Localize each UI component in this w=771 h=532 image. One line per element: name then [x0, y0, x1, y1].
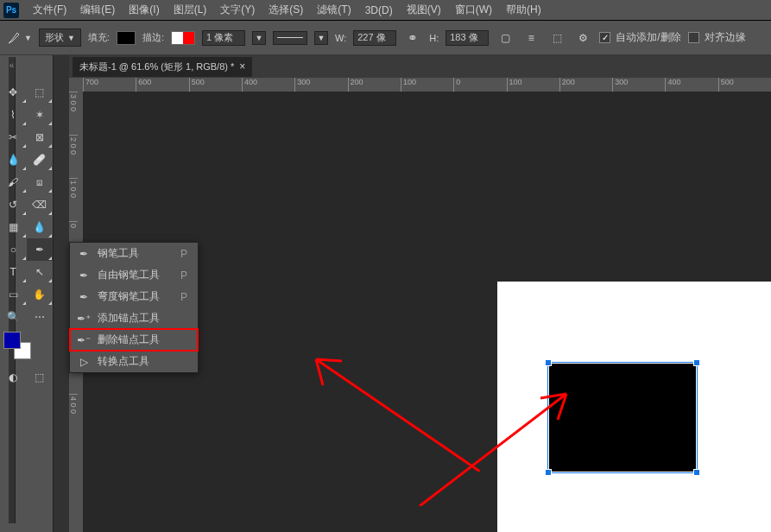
- flyout-label: 弯度钢笔工具: [98, 289, 160, 304]
- pen-tool[interactable]: ✒: [27, 238, 54, 261]
- ruler-tick: 700: [83, 78, 136, 92]
- stroke-width-input[interactable]: [202, 30, 245, 46]
- quick-select-tool[interactable]: ✶: [27, 104, 54, 126]
- path-select-tool[interactable]: ↖: [27, 261, 54, 283]
- menu-view[interactable]: 视图(V): [400, 1, 448, 19]
- shape-tool[interactable]: ▭: [0, 283, 27, 306]
- menu-select[interactable]: 选择(S): [262, 1, 310, 19]
- document-tabs: 未标题-1 @ 61.6% (矩形 1, RGB/8) * ×: [69, 55, 771, 78]
- app-icon: Ps: [3, 3, 19, 18]
- pen-minus-icon: ✒⁻: [77, 334, 91, 346]
- stroke-swatch[interactable]: [171, 31, 195, 45]
- height-label: H:: [429, 33, 439, 43]
- stroke-label: 描边:: [142, 31, 164, 44]
- menu-window[interactable]: 窗口(W): [448, 1, 499, 19]
- ruler-tick: 400: [665, 78, 717, 92]
- menu-type[interactable]: 文字(Y): [213, 1, 262, 19]
- move-tool[interactable]: ✥: [0, 81, 27, 104]
- ruler-tick: 2 0 0: [69, 135, 78, 178]
- flyout-label: 添加锚点工具: [98, 311, 160, 326]
- quick-mask-toggle[interactable]: ◐: [0, 366, 27, 389]
- fill-label: 填充:: [88, 31, 110, 44]
- path-arrange-icon[interactable]: ⬚: [547, 28, 566, 48]
- stroke-width-dropdown[interactable]: ▼: [252, 31, 266, 45]
- close-icon[interactable]: ×: [239, 60, 245, 73]
- ruler-tick: 500: [718, 78, 771, 92]
- flyout-delete-anchor-tool[interactable]: ✒⁻ 删除锚点工具: [70, 329, 198, 351]
- spot-heal-tool[interactable]: 🩹: [27, 149, 54, 171]
- flyout-convert-point-tool[interactable]: ▷ 转换点工具: [70, 351, 198, 372]
- pen-icon: ✒: [77, 248, 91, 260]
- link-wh-icon[interactable]: [403, 28, 422, 48]
- marquee-tool[interactable]: ⬚: [27, 81, 54, 104]
- menu-image[interactable]: 图像(I): [122, 1, 166, 19]
- align-edges-checkbox[interactable]: 对齐边缘: [688, 30, 746, 45]
- menu-filter[interactable]: 滤镜(T): [310, 1, 357, 19]
- ruler-tick: 200: [559, 78, 612, 92]
- menu-3d[interactable]: 3D(D): [358, 3, 400, 18]
- menu-help[interactable]: 帮助(H): [499, 1, 548, 19]
- flyout-pen-tool[interactable]: ✒ 钢笔工具 P: [70, 243, 198, 264]
- edit-toolbar[interactable]: ⋯: [27, 306, 54, 328]
- flyout-shortcut: P: [167, 248, 187, 260]
- fill-swatch[interactable]: [117, 31, 136, 45]
- ruler-tick: 200: [348, 78, 401, 92]
- dodge-tool[interactable]: ○: [0, 238, 27, 261]
- flyout-curvature-pen-tool[interactable]: ✒ 弯度钢笔工具 P: [70, 286, 198, 307]
- screen-mode-toggle[interactable]: ⬚: [27, 366, 54, 389]
- lasso-tool[interactable]: ⌇: [0, 104, 27, 126]
- flyout-add-anchor-tool[interactable]: ✒⁺ 添加锚点工具: [70, 307, 198, 329]
- eyedropper-tool[interactable]: 💧: [0, 149, 27, 171]
- color-picker: [0, 328, 53, 363]
- eraser-tool[interactable]: ⌫: [27, 193, 54, 216]
- gradient-tool[interactable]: ▦: [0, 216, 27, 238]
- auto-add-delete-label: 自动添加/删除: [616, 30, 680, 45]
- ruler-corner[interactable]: [69, 78, 83, 92]
- current-tool-indicator[interactable]: ▼: [7, 31, 32, 45]
- document-tab-title: 未标题-1 @ 61.6% (矩形 1, RGB/8) *: [79, 60, 234, 73]
- pen-icon: ✒: [77, 269, 91, 282]
- pen-tool-flyout: ✒ 钢笔工具 P ✒ 自由钢笔工具 P ✒ 弯度钢笔工具 P ✒⁺ 添加锚点工具…: [69, 242, 199, 373]
- ruler-tick: 0: [453, 78, 506, 92]
- stroke-style-dd-arrow[interactable]: ▼: [314, 31, 328, 45]
- hand-tool[interactable]: ✋: [27, 283, 54, 306]
- menu-edit[interactable]: 编辑(E): [73, 1, 122, 19]
- pen-plus-icon: ✒⁺: [77, 313, 91, 325]
- checkbox-icon: [688, 32, 699, 43]
- blur-tool[interactable]: 💧: [27, 216, 54, 238]
- foreground-color-swatch[interactable]: [3, 332, 21, 349]
- flyout-label: 转换点工具: [98, 354, 149, 369]
- flyout-freeform-pen-tool[interactable]: ✒ 自由钢笔工具 P: [70, 264, 198, 286]
- flyout-shortcut: P: [167, 269, 187, 282]
- path-ops-icon[interactable]: ▢: [496, 28, 515, 48]
- frame-tool[interactable]: ⊠: [27, 126, 54, 149]
- annotation-arrow-icon: [411, 385, 584, 506]
- crop-tool[interactable]: ✂: [0, 126, 27, 149]
- stamp-tool[interactable]: ⧆: [27, 171, 54, 193]
- ruler-tick: 500: [189, 78, 242, 92]
- brush-tool[interactable]: 🖌: [0, 171, 27, 193]
- ruler-tick: 600: [136, 78, 188, 92]
- options-bar: ▼ 形状 ▼ 填充: 描边: ▼ ▼ W: H: ▢ ≡ ⬚ 自动添加/删除 对…: [0, 21, 771, 55]
- menu-layer[interactable]: 图层(L): [167, 1, 214, 19]
- type-tool[interactable]: T: [0, 261, 27, 283]
- height-input[interactable]: [446, 30, 489, 46]
- ruler-tick: 1 0 0: [69, 178, 78, 221]
- path-align-icon[interactable]: ≡: [521, 28, 540, 48]
- width-input[interactable]: [353, 30, 396, 46]
- menu-file[interactable]: 文件(F): [26, 1, 73, 19]
- stroke-style-dropdown[interactable]: [273, 31, 307, 45]
- shape-mode-dropdown[interactable]: 形状 ▼: [39, 28, 81, 47]
- ruler-tick: 100: [401, 78, 453, 92]
- horizontal-ruler[interactable]: 700 600 500 400 300 200 100 0 100 200 30…: [83, 78, 771, 92]
- history-brush-tool[interactable]: ↺: [0, 193, 27, 216]
- document-tab[interactable]: 未标题-1 @ 61.6% (矩形 1, RGB/8) * ×: [73, 57, 252, 77]
- align-edges-label: 对齐边缘: [705, 30, 746, 45]
- settings-icon[interactable]: [573, 28, 592, 48]
- zoom-tool[interactable]: 🔍: [0, 306, 27, 328]
- auto-add-delete-checkbox[interactable]: 自动添加/删除: [599, 30, 680, 45]
- ruler-tick: 400: [242, 78, 294, 92]
- pen-icon: ✒: [77, 291, 91, 303]
- ruler-tick: 300: [294, 78, 347, 92]
- ruler-tick: 4 0 0: [69, 394, 78, 437]
